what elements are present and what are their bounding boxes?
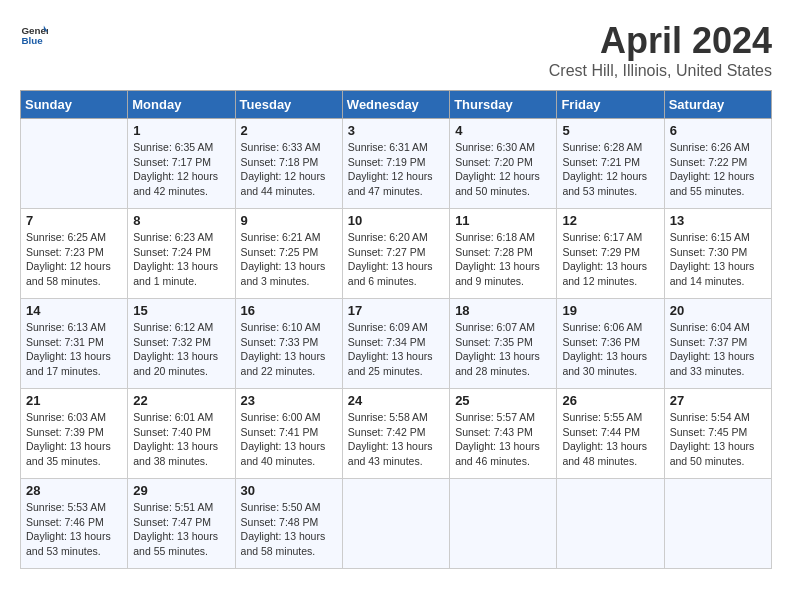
day-number: 1 bbox=[133, 123, 229, 138]
week-row-4: 21Sunrise: 6:03 AMSunset: 7:39 PMDayligh… bbox=[21, 389, 772, 479]
calendar-cell: 14Sunrise: 6:13 AMSunset: 7:31 PMDayligh… bbox=[21, 299, 128, 389]
calendar-cell: 21Sunrise: 6:03 AMSunset: 7:39 PMDayligh… bbox=[21, 389, 128, 479]
week-row-3: 14Sunrise: 6:13 AMSunset: 7:31 PMDayligh… bbox=[21, 299, 772, 389]
calendar-cell: 30Sunrise: 5:50 AMSunset: 7:48 PMDayligh… bbox=[235, 479, 342, 569]
calendar-cell bbox=[450, 479, 557, 569]
cell-info: Sunrise: 6:26 AMSunset: 7:22 PMDaylight:… bbox=[670, 140, 766, 199]
column-header-tuesday: Tuesday bbox=[235, 91, 342, 119]
calendar-cell: 22Sunrise: 6:01 AMSunset: 7:40 PMDayligh… bbox=[128, 389, 235, 479]
day-number: 22 bbox=[133, 393, 229, 408]
cell-info: Sunrise: 5:53 AMSunset: 7:46 PMDaylight:… bbox=[26, 500, 122, 559]
cell-info: Sunrise: 6:01 AMSunset: 7:40 PMDaylight:… bbox=[133, 410, 229, 469]
cell-info: Sunrise: 5:57 AMSunset: 7:43 PMDaylight:… bbox=[455, 410, 551, 469]
day-number: 17 bbox=[348, 303, 444, 318]
calendar-cell: 1Sunrise: 6:35 AMSunset: 7:17 PMDaylight… bbox=[128, 119, 235, 209]
svg-text:Blue: Blue bbox=[21, 35, 43, 46]
cell-info: Sunrise: 5:50 AMSunset: 7:48 PMDaylight:… bbox=[241, 500, 337, 559]
day-number: 13 bbox=[670, 213, 766, 228]
cell-info: Sunrise: 5:55 AMSunset: 7:44 PMDaylight:… bbox=[562, 410, 658, 469]
week-row-5: 28Sunrise: 5:53 AMSunset: 7:46 PMDayligh… bbox=[21, 479, 772, 569]
cell-info: Sunrise: 6:31 AMSunset: 7:19 PMDaylight:… bbox=[348, 140, 444, 199]
day-number: 28 bbox=[26, 483, 122, 498]
cell-info: Sunrise: 6:12 AMSunset: 7:32 PMDaylight:… bbox=[133, 320, 229, 379]
calendar-cell bbox=[664, 479, 771, 569]
day-number: 15 bbox=[133, 303, 229, 318]
week-row-1: 1Sunrise: 6:35 AMSunset: 7:17 PMDaylight… bbox=[21, 119, 772, 209]
day-number: 3 bbox=[348, 123, 444, 138]
calendar-cell: 11Sunrise: 6:18 AMSunset: 7:28 PMDayligh… bbox=[450, 209, 557, 299]
cell-info: Sunrise: 6:18 AMSunset: 7:28 PMDaylight:… bbox=[455, 230, 551, 289]
calendar-cell bbox=[557, 479, 664, 569]
calendar-cell: 6Sunrise: 6:26 AMSunset: 7:22 PMDaylight… bbox=[664, 119, 771, 209]
calendar-cell: 10Sunrise: 6:20 AMSunset: 7:27 PMDayligh… bbox=[342, 209, 449, 299]
column-header-saturday: Saturday bbox=[664, 91, 771, 119]
main-title: April 2024 bbox=[549, 20, 772, 62]
day-number: 29 bbox=[133, 483, 229, 498]
cell-info: Sunrise: 6:03 AMSunset: 7:39 PMDaylight:… bbox=[26, 410, 122, 469]
day-number: 27 bbox=[670, 393, 766, 408]
day-number: 25 bbox=[455, 393, 551, 408]
day-number: 16 bbox=[241, 303, 337, 318]
day-number: 7 bbox=[26, 213, 122, 228]
cell-info: Sunrise: 6:10 AMSunset: 7:33 PMDaylight:… bbox=[241, 320, 337, 379]
cell-info: Sunrise: 6:13 AMSunset: 7:31 PMDaylight:… bbox=[26, 320, 122, 379]
cell-info: Sunrise: 6:17 AMSunset: 7:29 PMDaylight:… bbox=[562, 230, 658, 289]
calendar-cell bbox=[21, 119, 128, 209]
cell-info: Sunrise: 6:04 AMSunset: 7:37 PMDaylight:… bbox=[670, 320, 766, 379]
week-row-2: 7Sunrise: 6:25 AMSunset: 7:23 PMDaylight… bbox=[21, 209, 772, 299]
cell-info: Sunrise: 6:21 AMSunset: 7:25 PMDaylight:… bbox=[241, 230, 337, 289]
calendar-cell: 23Sunrise: 6:00 AMSunset: 7:41 PMDayligh… bbox=[235, 389, 342, 479]
day-number: 12 bbox=[562, 213, 658, 228]
logo: General Blue bbox=[20, 20, 48, 48]
calendar-cell: 27Sunrise: 5:54 AMSunset: 7:45 PMDayligh… bbox=[664, 389, 771, 479]
page-header: General Blue April 2024 Crest Hill, Illi… bbox=[20, 20, 772, 80]
day-number: 30 bbox=[241, 483, 337, 498]
cell-info: Sunrise: 6:20 AMSunset: 7:27 PMDaylight:… bbox=[348, 230, 444, 289]
calendar-cell: 15Sunrise: 6:12 AMSunset: 7:32 PMDayligh… bbox=[128, 299, 235, 389]
calendar-cell: 12Sunrise: 6:17 AMSunset: 7:29 PMDayligh… bbox=[557, 209, 664, 299]
column-header-sunday: Sunday bbox=[21, 91, 128, 119]
day-number: 11 bbox=[455, 213, 551, 228]
column-header-monday: Monday bbox=[128, 91, 235, 119]
day-number: 23 bbox=[241, 393, 337, 408]
day-number: 20 bbox=[670, 303, 766, 318]
calendar-cell: 4Sunrise: 6:30 AMSunset: 7:20 PMDaylight… bbox=[450, 119, 557, 209]
cell-info: Sunrise: 6:33 AMSunset: 7:18 PMDaylight:… bbox=[241, 140, 337, 199]
calendar-cell: 19Sunrise: 6:06 AMSunset: 7:36 PMDayligh… bbox=[557, 299, 664, 389]
cell-info: Sunrise: 6:25 AMSunset: 7:23 PMDaylight:… bbox=[26, 230, 122, 289]
calendar-cell: 26Sunrise: 5:55 AMSunset: 7:44 PMDayligh… bbox=[557, 389, 664, 479]
calendar-cell: 20Sunrise: 6:04 AMSunset: 7:37 PMDayligh… bbox=[664, 299, 771, 389]
calendar-cell: 29Sunrise: 5:51 AMSunset: 7:47 PMDayligh… bbox=[128, 479, 235, 569]
calendar-cell: 13Sunrise: 6:15 AMSunset: 7:30 PMDayligh… bbox=[664, 209, 771, 299]
column-header-thursday: Thursday bbox=[450, 91, 557, 119]
calendar-cell: 8Sunrise: 6:23 AMSunset: 7:24 PMDaylight… bbox=[128, 209, 235, 299]
calendar-header: SundayMondayTuesdayWednesdayThursdayFrid… bbox=[21, 91, 772, 119]
day-number: 6 bbox=[670, 123, 766, 138]
calendar-cell: 2Sunrise: 6:33 AMSunset: 7:18 PMDaylight… bbox=[235, 119, 342, 209]
day-number: 9 bbox=[241, 213, 337, 228]
calendar-cell: 5Sunrise: 6:28 AMSunset: 7:21 PMDaylight… bbox=[557, 119, 664, 209]
calendar-cell: 17Sunrise: 6:09 AMSunset: 7:34 PMDayligh… bbox=[342, 299, 449, 389]
day-number: 10 bbox=[348, 213, 444, 228]
calendar-cell: 28Sunrise: 5:53 AMSunset: 7:46 PMDayligh… bbox=[21, 479, 128, 569]
calendar-cell: 9Sunrise: 6:21 AMSunset: 7:25 PMDaylight… bbox=[235, 209, 342, 299]
column-header-friday: Friday bbox=[557, 91, 664, 119]
day-number: 21 bbox=[26, 393, 122, 408]
cell-info: Sunrise: 6:15 AMSunset: 7:30 PMDaylight:… bbox=[670, 230, 766, 289]
day-number: 8 bbox=[133, 213, 229, 228]
cell-info: Sunrise: 5:58 AMSunset: 7:42 PMDaylight:… bbox=[348, 410, 444, 469]
cell-info: Sunrise: 5:54 AMSunset: 7:45 PMDaylight:… bbox=[670, 410, 766, 469]
cell-info: Sunrise: 6:09 AMSunset: 7:34 PMDaylight:… bbox=[348, 320, 444, 379]
header-row: SundayMondayTuesdayWednesdayThursdayFrid… bbox=[21, 91, 772, 119]
calendar-cell: 18Sunrise: 6:07 AMSunset: 7:35 PMDayligh… bbox=[450, 299, 557, 389]
title-block: April 2024 Crest Hill, Illinois, United … bbox=[549, 20, 772, 80]
calendar-table: SundayMondayTuesdayWednesdayThursdayFrid… bbox=[20, 90, 772, 569]
cell-info: Sunrise: 6:07 AMSunset: 7:35 PMDaylight:… bbox=[455, 320, 551, 379]
calendar-cell: 3Sunrise: 6:31 AMSunset: 7:19 PMDaylight… bbox=[342, 119, 449, 209]
cell-info: Sunrise: 6:06 AMSunset: 7:36 PMDaylight:… bbox=[562, 320, 658, 379]
calendar-cell bbox=[342, 479, 449, 569]
logo-icon: General Blue bbox=[20, 20, 48, 48]
calendar-body: 1Sunrise: 6:35 AMSunset: 7:17 PMDaylight… bbox=[21, 119, 772, 569]
day-number: 26 bbox=[562, 393, 658, 408]
cell-info: Sunrise: 5:51 AMSunset: 7:47 PMDaylight:… bbox=[133, 500, 229, 559]
